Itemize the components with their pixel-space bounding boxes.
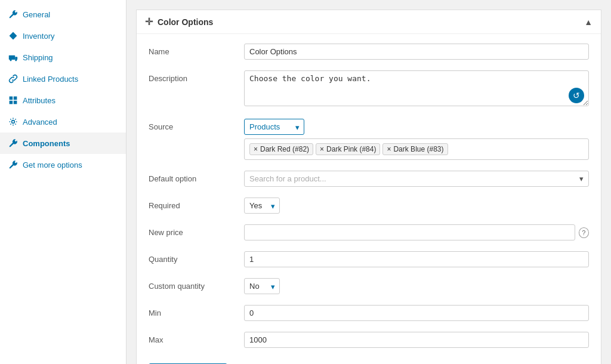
name-control xyxy=(244,44,589,60)
gear-icon xyxy=(8,117,18,127)
svg-rect-1 xyxy=(9,55,15,60)
quantity-control xyxy=(244,251,589,267)
wrench-icon xyxy=(8,10,18,19)
description-control: ↺ xyxy=(244,70,589,108)
min-row: Min xyxy=(149,305,589,321)
description-input[interactable] xyxy=(244,70,589,106)
panel-collapse-button[interactable]: ▲ xyxy=(584,17,593,27)
max-label: Max xyxy=(149,332,244,344)
tags-container: × Dark Red (#82) × Dark Pink (#84) × Dar… xyxy=(244,138,589,160)
custom-quantity-label: Custom quantity xyxy=(149,278,244,291)
quantity-row: Quantity xyxy=(149,251,589,267)
new-price-row: New price ? xyxy=(149,224,589,240)
default-option-control: Search for a product... ▾ xyxy=(244,171,589,187)
sidebar-item-components[interactable]: Components xyxy=(0,132,126,154)
source-dropdown-wrap: Products Categories Custom xyxy=(244,119,589,135)
svg-point-9 xyxy=(12,121,15,124)
sidebar-item-general[interactable]: General xyxy=(0,4,126,25)
tag-remove-dark-blue[interactable]: × xyxy=(387,145,391,153)
help-icon: ? xyxy=(579,227,589,238)
new-price-label: New price xyxy=(149,224,244,237)
sidebar-item-advanced[interactable]: Advanced xyxy=(0,111,126,132)
required-control: Yes No xyxy=(244,198,589,214)
sidebar-item-shipping-label: Shipping xyxy=(23,53,53,62)
name-input[interactable] xyxy=(244,44,589,60)
required-row: Required Yes No xyxy=(149,198,589,214)
source-label: Source xyxy=(149,119,244,131)
sidebar-item-inventory[interactable]: Inventory xyxy=(0,25,126,47)
panel-drag-handle[interactable]: ✛ xyxy=(145,16,153,27)
min-input[interactable] xyxy=(244,305,589,321)
custom-quantity-row: Custom quantity No Yes xyxy=(149,278,589,294)
main-content: ✛ Color Options ▲ Name Description xyxy=(126,0,611,364)
default-option-placeholder: Search for a product... xyxy=(249,174,326,183)
custom-quantity-select-wrap: No Yes xyxy=(244,278,280,294)
sidebar-item-advanced-label: Advanced xyxy=(23,118,57,127)
sidebar-item-linked-products-label: Linked Products xyxy=(23,75,78,84)
required-select-wrap: Yes No xyxy=(244,198,280,214)
source-control: Products Categories Custom × Dark Red (#… xyxy=(244,119,589,160)
dropdown-arrow-icon: ▾ xyxy=(579,174,584,183)
source-select[interactable]: Products Categories Custom xyxy=(244,119,304,135)
sidebar-item-get-more-options[interactable]: Get more options xyxy=(0,154,126,175)
truck-icon xyxy=(8,53,18,62)
custom-quantity-control: No Yes xyxy=(244,278,589,294)
diamond-icon xyxy=(8,31,18,41)
svg-rect-7 xyxy=(10,101,13,104)
svg-rect-6 xyxy=(14,97,17,100)
default-option-row: Default option Search for a product... ▾ xyxy=(149,171,589,187)
tag-dark-pink: × Dark Pink (#84) xyxy=(316,143,380,155)
sidebar-item-attributes-label: Attributes xyxy=(23,96,55,105)
grid-icon xyxy=(8,95,18,105)
svg-point-3 xyxy=(10,59,11,61)
svg-point-4 xyxy=(15,59,17,61)
panel-header-left: ✛ Color Options xyxy=(145,16,213,27)
max-control xyxy=(244,332,589,348)
sidebar-item-general-label: General xyxy=(23,10,50,19)
required-select[interactable]: Yes No xyxy=(244,198,280,214)
default-option-dropdown[interactable]: Search for a product... ▾ xyxy=(244,171,589,187)
components-icon xyxy=(8,138,18,148)
tag-label-dark-blue: Dark Blue (#83) xyxy=(393,145,443,153)
tag-remove-dark-red[interactable]: × xyxy=(254,145,258,153)
name-row: Name xyxy=(149,44,589,60)
tag-label-dark-pink: Dark Pink (#84) xyxy=(326,145,376,153)
sidebar-item-linked-products[interactable]: Linked Products xyxy=(0,68,126,90)
sidebar-item-inventory-label: Inventory xyxy=(23,32,54,41)
tag-label-dark-red: Dark Red (#82) xyxy=(260,145,309,153)
link-icon xyxy=(8,74,18,84)
svg-rect-5 xyxy=(10,97,13,100)
tag-dark-blue: × Dark Blue (#83) xyxy=(382,143,448,155)
sidebar-item-attributes[interactable]: Attributes xyxy=(0,90,126,111)
sidebar-item-components-label: Components xyxy=(23,139,70,148)
get-more-icon xyxy=(8,160,18,169)
panel-header: ✛ Color Options ▲ xyxy=(137,10,601,34)
sidebar-item-get-more-options-label: Get more options xyxy=(23,161,82,169)
quantity-label: Quantity xyxy=(149,251,244,264)
source-select-wrap: Products Categories Custom xyxy=(244,119,304,135)
tag-remove-dark-pink[interactable]: × xyxy=(320,145,324,153)
max-input[interactable] xyxy=(244,332,589,348)
panel-title: Color Options xyxy=(158,17,213,27)
sidebar: General Inventory Shipping Linked Produc… xyxy=(0,0,126,364)
svg-rect-8 xyxy=(14,101,17,104)
quantity-input[interactable] xyxy=(244,251,589,267)
sidebar-item-shipping[interactable]: Shipping xyxy=(0,47,126,68)
name-label: Name xyxy=(149,44,244,56)
description-label: Description xyxy=(149,70,244,83)
new-price-control: ? xyxy=(244,224,589,240)
tag-dark-red: × Dark Red (#82) xyxy=(249,143,313,155)
min-label: Min xyxy=(149,305,244,317)
svg-marker-0 xyxy=(10,32,17,40)
required-label: Required xyxy=(149,198,244,210)
default-option-label: Default option xyxy=(149,171,244,183)
description-row: Description ↺ xyxy=(149,70,589,108)
panel-body: Name Description ↺ Source xyxy=(137,34,601,364)
max-row: Max xyxy=(149,332,589,348)
min-control xyxy=(244,305,589,321)
custom-quantity-select[interactable]: No Yes xyxy=(244,278,280,294)
source-row: Source Products Categories Custom xyxy=(149,119,589,160)
refresh-button[interactable]: ↺ xyxy=(569,88,584,103)
color-options-panel: ✛ Color Options ▲ Name Description xyxy=(136,10,601,364)
new-price-input[interactable] xyxy=(244,224,575,240)
